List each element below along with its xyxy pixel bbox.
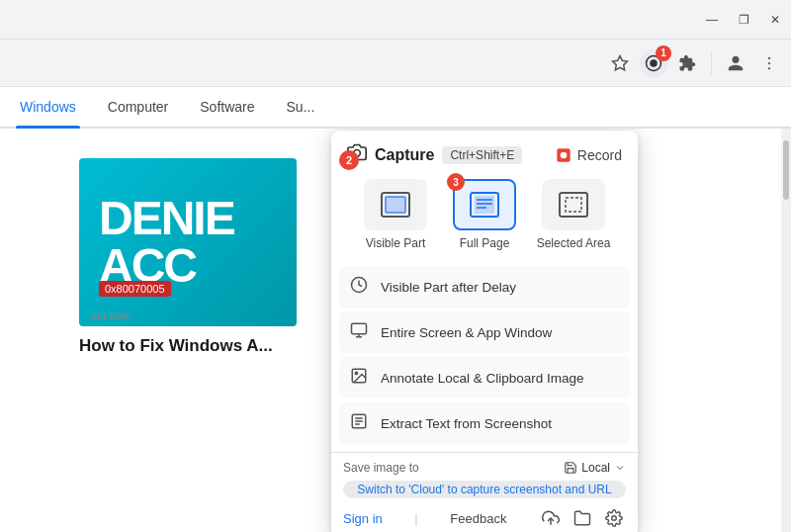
visible-part-icon <box>364 179 427 230</box>
capture-popup: 2 Capture Ctrl+Shift+E Record <box>331 131 638 532</box>
svg-rect-20 <box>352 323 367 334</box>
visible-part-label: Visible Part <box>366 236 425 250</box>
nav-tab-computer[interactable]: Computer <box>104 87 172 127</box>
delay-icon <box>349 276 369 298</box>
menu-item-delay[interactable]: Visible Part after Delay <box>339 266 630 308</box>
sign-in-link[interactable]: Sign in <box>343 511 383 526</box>
selected-area-label: Selected Area <box>537 236 611 250</box>
shortcut-badge: Ctrl+Shift+E <box>442 146 522 164</box>
minimize-button[interactable]: — <box>704 12 720 28</box>
svg-point-30 <box>612 516 617 521</box>
capture-selected-area[interactable]: Selected Area <box>529 179 618 250</box>
article-title: How to Fix Windows A... <box>79 336 297 356</box>
footer-divider: | <box>414 511 417 526</box>
svg-rect-10 <box>386 197 405 213</box>
step3-badge: 3 <box>447 173 465 191</box>
svg-rect-13 <box>475 196 494 214</box>
record-button[interactable]: Record <box>556 147 622 163</box>
popup-title-wrap: 2 Capture Ctrl+Shift+E <box>347 142 522 167</box>
scrollbar[interactable] <box>781 129 791 532</box>
footer-actions: Sign in | Feedback <box>343 506 626 530</box>
nav-tab-software[interactable]: Software <box>196 87 258 127</box>
article-meta: ata ools <box>91 310 130 321</box>
menu-item-annotate[interactable]: Annotate Local & Clipboard Image <box>339 357 630 399</box>
scrollbar-thumb[interactable] <box>783 140 789 200</box>
svg-point-3 <box>768 56 770 58</box>
svg-point-5 <box>768 67 770 69</box>
record-label: Record <box>577 147 622 163</box>
profile-icon[interactable] <box>722 49 749 77</box>
browser-toolbar: 1 <box>0 40 791 87</box>
capture-full-page[interactable]: 3 Full Page <box>440 179 529 250</box>
annotate-label: Annotate Local & Clipboard Image <box>381 371 584 386</box>
article-thumbnail: DENIE ACC 0x80070005 ata ools <box>79 158 297 326</box>
upload-icon[interactable] <box>539 506 563 530</box>
save-label: Save image to <box>343 461 419 475</box>
popup-header: 2 Capture Ctrl+Shift+E Record <box>331 131 638 175</box>
menu-item-extract[interactable]: Extract Text from Screenshot <box>339 402 630 444</box>
star-icon[interactable] <box>606 49 634 77</box>
delay-label: Visible Part after Delay <box>381 280 516 295</box>
full-page-icon: 3 <box>453 179 516 230</box>
cloud-switch-button[interactable]: Switch to 'Cloud' to capture screenshot … <box>343 481 626 498</box>
popup-step-badge: 2 <box>339 150 359 170</box>
feedback-link[interactable]: Feedback <box>450 511 506 526</box>
snip-extension-button[interactable]: 1 <box>640 49 667 77</box>
svg-point-8 <box>561 151 568 158</box>
save-option-label: Local <box>581 461 610 475</box>
toolbar-icons: 1 <box>606 49 783 77</box>
extract-label: Extract Text from Screenshot <box>381 416 552 431</box>
settings-icon[interactable] <box>602 506 626 530</box>
menu-items: Visible Part after Delay Entire Screen &… <box>331 262 638 452</box>
maximize-button[interactable]: ❐ <box>736 12 751 28</box>
svg-point-24 <box>355 372 357 374</box>
footer-icons <box>539 506 626 530</box>
titlebar: — ❐ ✕ <box>0 0 791 40</box>
popup-title: Capture <box>375 146 434 164</box>
annotate-icon <box>349 367 369 389</box>
folder-icon[interactable] <box>571 506 594 530</box>
capture-options: Visible Part 3 Full Page <box>331 175 638 262</box>
nav-tabs: Windows Computer Software Su... <box>0 87 791 129</box>
screen-icon <box>349 321 369 343</box>
window-controls: — ❐ ✕ <box>704 12 783 28</box>
close-button[interactable]: ✕ <box>767 12 783 28</box>
svg-rect-18 <box>566 198 581 212</box>
popup-footer: Save image to Local Switch to 'Cloud' to… <box>331 452 638 532</box>
save-row: Save image to Local <box>343 461 626 475</box>
menu-item-screen[interactable]: Entire Screen & App Window <box>339 311 630 353</box>
extract-icon <box>349 412 369 434</box>
svg-point-4 <box>768 61 770 63</box>
error-code-badge: 0x80070005 <box>99 281 171 297</box>
capture-visible-part[interactable]: Visible Part <box>351 179 440 250</box>
nav-tab-windows[interactable]: Windows <box>16 87 80 127</box>
main-content: DENIE ACC 0x80070005 ata ools How to Fix… <box>0 129 791 532</box>
snip-badge: 1 <box>656 45 671 61</box>
denied-text: DENIE <box>99 195 234 242</box>
save-option-dropdown[interactable]: Local <box>564 461 626 475</box>
svg-rect-17 <box>560 193 587 217</box>
svg-point-2 <box>651 60 657 66</box>
extensions-icon[interactable] <box>673 49 701 77</box>
screen-label: Entire Screen & App Window <box>381 325 552 340</box>
svg-marker-0 <box>613 55 628 69</box>
menu-icon[interactable] <box>755 49 783 77</box>
full-page-label: Full Page <box>460 236 510 250</box>
nav-tab-su[interactable]: Su... <box>283 87 319 127</box>
selected-area-icon <box>542 179 605 230</box>
